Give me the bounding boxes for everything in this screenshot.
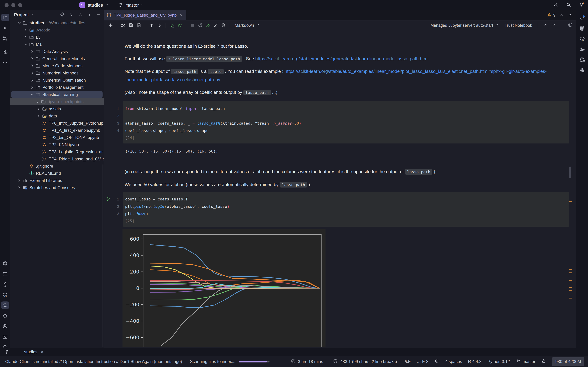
tree-item-data[interactable]: data [11,112,103,119]
chevron-down-icon[interactable] [23,42,28,47]
chevron-right-icon[interactable] [36,107,42,111]
project-name[interactable]: studies [88,3,103,8]
chevron-right-icon[interactable] [36,114,42,118]
locate-file-icon[interactable] [60,12,65,17]
line-separator[interactable]: LF [406,359,411,364]
rail-button-r-tools[interactable]: R [0,300,10,310]
cell-type-dropdown[interactable]: Markdown [235,23,260,28]
tree-item-studies[interactable]: studies~/Workspace/studies [11,19,103,26]
tree-item-general-linear-models[interactable]: General Linear Models [11,55,103,62]
rail-button-services-tool[interactable] [0,321,10,332]
r-interpreter[interactable]: R 4.4.3 [468,359,481,364]
record-icon[interactable] [434,359,439,365]
chevron-right-icon[interactable] [29,85,35,90]
indent-setting[interactable]: 4 spaces [445,359,462,364]
cell-code-panel[interactable]: from sklearn.linear_model import lasso_p… [123,101,569,143]
tree-item-data-analysis[interactable]: Data Analysis [11,48,103,55]
rail-button-graphql-tool[interactable] [0,258,10,269]
warning-stripe-mark[interactable] [569,287,572,288]
tree-item-portfolio-management[interactable]: Portfolio Management [11,84,103,91]
tree-item-external-libraries[interactable]: External Libraries [11,177,103,184]
move-cell-up-button[interactable] [148,22,156,29]
project-widget[interactable]: S studies [79,2,109,8]
rail-button-project-tool[interactable] [0,12,10,23]
rail-button-structure-tool[interactable] [0,47,10,57]
chevron-down-icon[interactable] [17,21,22,25]
tree-item-tp3-logistic-regression-ar[interactable]: TP3_Logistic_Regression_ar [11,148,103,155]
chevron-down-icon[interactable] [29,92,35,97]
delete-cell-button[interactable] [219,22,227,29]
rail-button-version-control-tool[interactable] [0,33,10,44]
add-cell-button[interactable] [107,22,114,29]
python-interpreter[interactable]: Python 3.12 [488,359,510,364]
move-cell-down-button[interactable] [156,22,163,29]
warning-stripe-mark[interactable] [569,290,572,291]
rail-button-ai-assistant-tool[interactable] [576,44,588,55]
branch-name[interactable]: master [125,3,139,8]
rail-button-database-tool[interactable] [576,23,588,33]
chevron-right-icon[interactable] [29,57,35,61]
debug-cell-button[interactable] [176,22,184,29]
code-cell-2[interactable]: 123coefs_lasso = coefs_lasso.Tplt.plot(n… [104,192,576,227]
lock-open-icon[interactable] [541,359,546,365]
rail-button-commit-tool[interactable] [0,23,10,33]
inspections-widget[interactable]: 9 [547,12,572,18]
traffic-lights[interactable] [5,3,25,7]
next-warning-chevron-down-icon[interactable] [567,12,572,18]
warning-stripe-mark[interactable] [569,201,572,202]
run-cell-gutter-icon[interactable] [106,196,111,202]
tree-item-assets[interactable]: assets [11,105,103,112]
next-cell-chevron-down-icon[interactable] [551,22,556,28]
trust-notebook-button[interactable]: Trust Notebook [505,23,532,28]
warning-stripe-mark[interactable] [569,269,572,270]
rail-button-notifications[interactable] [576,13,588,23]
git-tool-tab[interactable]: studies ✕ [24,349,44,355]
chevron-right-icon[interactable] [17,178,22,183]
rail-button-r-graphics-tool[interactable]: R [576,33,588,44]
tree-item-l3[interactable]: L3 [11,33,103,41]
rail-button-terminal-tool[interactable] [0,332,10,342]
tree-item-readme-md[interactable]: README.md [11,170,103,177]
run-cell-button[interactable] [168,22,176,29]
tree-item-tp1-a-first-example-ipynb[interactable]: TP1_A_first_example.ipynb [11,127,103,134]
tree-item--ipynb-checkpoints[interactable]: .ipynb_checkpoints [10,98,104,105]
doc-link[interactable]: https://scikit-learn.org/stable/modules/… [255,56,429,61]
warning-stripe-mark[interactable] [569,298,572,299]
tree-item-m1[interactable]: M1 [11,41,103,48]
tree-item--gitignore[interactable]: .gitignore [11,163,103,170]
status-message[interactable]: Claude Client is not installed // Open I… [5,356,182,367]
zoom-window-button[interactable] [18,3,22,7]
close-icon[interactable]: ✕ [40,349,44,355]
caret-position[interactable]: 483:1 (99 chars, 2 line breaks) [340,359,397,364]
chevron-right-icon[interactable] [17,185,22,190]
tree-item--vscode[interactable]: .vscode [11,26,103,33]
session-time[interactable]: 3 hrs 18 mins [298,359,323,364]
chevron-right-icon[interactable] [35,100,40,104]
memory-indicator[interactable]: 980 of 4200M [552,357,584,366]
chevron-right-icon[interactable] [29,64,35,68]
panel-scrollbar[interactable] [103,164,104,347]
tree-item-scratches-and-consoles[interactable]: Scratches and Consoles [11,184,103,191]
rail-button-r-console-tool[interactable]: R [0,290,10,300]
cut-cell-button[interactable] [120,22,127,29]
tab-notebook[interactable]: TP4_Ridge_Lasso_and_CV.ipynb [104,10,186,20]
branch-widget[interactable]: master [119,2,144,8]
rail-button-dependencies-tool[interactable] [576,55,588,65]
tree-item-tp0-intro-jupyter-python-ip[interactable]: TP0_Intro_Jupyter_Python.ip [11,119,103,127]
tree-item-numerical-optimisation[interactable]: Numerical Optimisation [11,76,103,84]
chevron-right-icon[interactable] [29,49,35,54]
rail-button-more-tools[interactable] [0,57,10,68]
chevron-right-icon[interactable] [23,35,28,40]
run-all-cells-button[interactable] [204,22,212,29]
restart-kernel-button[interactable] [196,22,204,29]
rail-button-plugins-tool[interactable] [576,65,588,75]
rail-button-todo-tool[interactable] [0,269,10,279]
project-panel-title[interactable]: Project [14,12,29,17]
settings-gear-icon[interactable] [579,2,584,8]
clock-check-icon[interactable] [291,359,296,365]
close-tab-icon[interactable] [179,13,183,18]
chevron-right-icon[interactable] [29,71,35,75]
tab-title[interactable]: TP4_Ridge_Lasso_and_CV.ipynb [114,13,177,18]
cell-code-panel[interactable]: coefs_lasso = coefs_lasso.Tplt.plot(np.l… [123,192,569,227]
prev-warning-chevron-up-icon[interactable] [559,12,564,18]
